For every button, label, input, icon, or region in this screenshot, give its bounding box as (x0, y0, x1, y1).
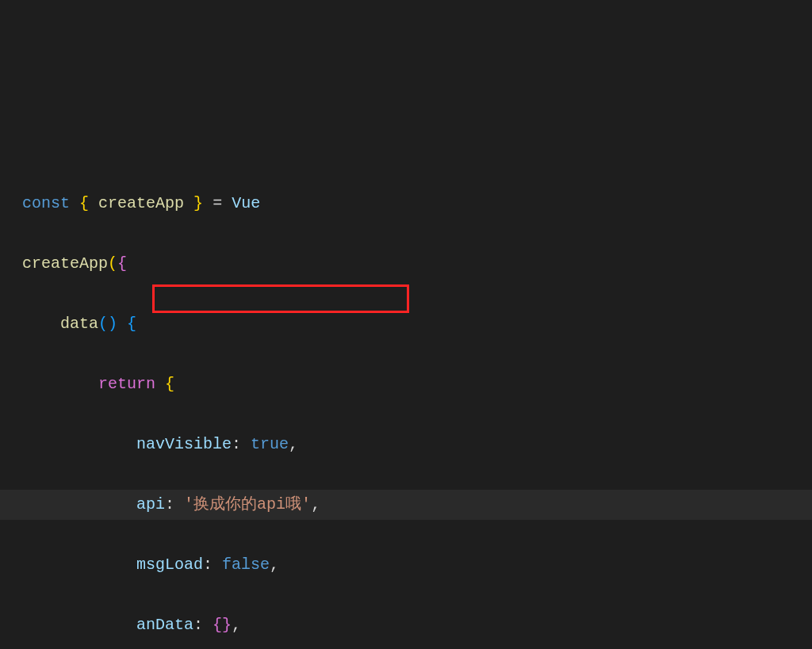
method-data: data (60, 315, 98, 333)
operator-eq: = (213, 194, 222, 212)
code-line[interactable]: const { createApp } = Vue (0, 189, 812, 219)
comma: , (270, 555, 279, 574)
brace-open: { (79, 194, 89, 212)
code-line[interactable]: anData: {}, (0, 610, 812, 640)
comma: , (289, 435, 298, 453)
prop-navVisible: navVisible (136, 435, 232, 453)
code-line[interactable]: createApp({ (0, 249, 812, 279)
keyword-const: const (22, 194, 70, 212)
code-editor[interactable]: const { createApp } = Vue createApp({ da… (0, 128, 812, 649)
brace-open: { (127, 315, 136, 333)
colon: : (232, 435, 241, 453)
identifier-vue: Vue (232, 194, 260, 212)
value-false: false (222, 555, 270, 574)
code-line[interactable]: data() { (0, 309, 812, 339)
code-line[interactable]: navVisible: true, (0, 429, 812, 460)
prop-anData: anData (136, 616, 193, 634)
string-api: 换成你的api哦 (193, 495, 301, 513)
call-createApp: createApp (22, 254, 108, 273)
colon: : (165, 495, 174, 513)
brace-close: } (193, 194, 203, 212)
keyword-return: return (98, 375, 155, 393)
braces-empty: {} (213, 616, 232, 634)
value-true: true (251, 435, 289, 453)
parens: () (98, 315, 117, 333)
comma: , (232, 616, 241, 634)
paren-open: ( (108, 254, 117, 273)
identifier-createApp: createApp (98, 194, 184, 212)
brace-open: { (165, 375, 174, 393)
quote: ' (301, 495, 311, 513)
code-line[interactable]: return { (0, 369, 812, 399)
comma: , (311, 495, 320, 513)
colon: : (203, 555, 213, 574)
prop-api: api (136, 495, 165, 513)
prop-msgLoad: msgLoad (136, 555, 203, 574)
code-line-highlighted[interactable]: api: '换成你的api哦', (0, 490, 812, 520)
quote: ' (184, 495, 193, 513)
brace-open: { (117, 254, 127, 273)
colon: : (193, 616, 203, 634)
code-line[interactable]: msgLoad: false, (0, 550, 812, 580)
